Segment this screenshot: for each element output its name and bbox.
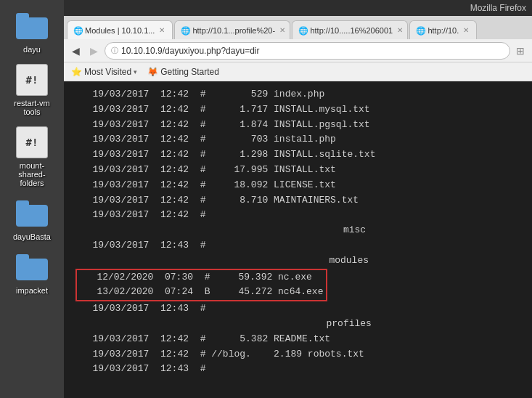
firefox-logo-icon: 🦊 [147,67,158,77]
tab-4-close[interactable]: ✕ [462,26,470,34]
desktop-icon-dayubasta[interactable]: dayuBasta [2,193,62,244]
nc-highlight-box: 12/02/2020 07:30 # 59.392 nc.exe 13/02/2… [75,269,327,302]
tab-1[interactable]: 🌐 Modules | 10.10.1... ✕ [67,20,173,39]
script-icon-2 [16,126,48,158]
tab-3-close[interactable]: ✕ [396,26,404,34]
bookmark-getting-started-label: Getting Started [160,67,219,77]
tab-2-favicon: 🌐 [181,26,189,35]
tab-1-close[interactable]: ✕ [157,26,166,34]
tab-1-favicon: 🌐 [73,26,82,35]
nav-bar: ◀ ▶ ⓘ 10.10.10.9/dayuxiyou.php?dayu=dir … [64,39,532,62]
tab-4-favicon: 🌐 [416,26,425,35]
bookmark-getting-started[interactable]: 🦊 Getting Started [144,66,222,78]
desktop-icon-restart-vm-tools[interactable]: restart-vm tools [2,60,62,119]
tab-3-favicon: 🌐 [298,26,307,35]
nc-exe-line: 12/02/2020 07:30 # 59.392 nc.exe 13/02/2… [80,270,323,301]
after-modules-line: 19/03/2017 12:43 # [75,301,520,317]
tab-bar: 🌐 Modules | 10.10.1... ✕ 🌐 http://10.1..… [64,16,532,39]
tab-3-label: http://10.....16%206001 [310,26,393,35]
misc-label-line: misc [75,223,520,238]
reader-mode-icon[interactable]: ⊞ [513,44,528,58]
desktop-icon-dayu-label: dayu [23,45,41,54]
bookmark-most-visited-icon: ⭐ [71,67,82,77]
tab-4-label: http://10. [427,26,459,35]
bookmarks-bar: ⭐ Most Visited ▾ 🦊 Getting Started [64,62,532,81]
tab-2-close[interactable]: ✕ [278,26,287,34]
desktop-icon-mount-label: mount- shared- folders [18,161,45,187]
bookmark-most-visited[interactable]: ⭐ Most Visited ▾ [68,66,140,78]
tab-3[interactable]: 🌐 http://10.....16%206001 ✕ [292,20,408,39]
script-icon [16,64,48,96]
chevron-down-icon: ▾ [134,68,137,76]
tab-1-label: Modules | 10.10.1... [85,26,155,35]
misc-line: 19/03/2017 12:43 # [75,238,520,253]
tab-2[interactable]: 🌐 http://10.1...profile%20- ✕ [174,20,290,39]
browser-window: Mozilla Firefox 🌐 Modules | 10.10.1... ✕… [64,0,532,398]
window-title: Mozilla Firefox [470,3,526,13]
address-bar[interactable]: ⓘ 10.10.10.9/dayuxiyou.php?dayu=dir [105,42,510,60]
desktop-icon-impacket-label: impacket [16,286,48,295]
address-text: 10.10.10.9/dayuxiyou.php?dayu=dir [121,46,504,56]
title-bar: Mozilla Firefox [64,0,532,16]
directory-listing: 19/03/2017 12:42 # 529 index.php 19/03/2… [64,84,532,380]
desktop-icon-dayubasta-label: dayuBasta [13,232,51,241]
desktop-icon-impacket[interactable]: impacket [2,247,62,298]
desktop-icon-restart-label: restart-vm tools [14,99,50,116]
bookmark-most-visited-label: Most Visited [84,67,131,77]
tab-2-label: http://10.1...profile%20- [192,26,275,35]
desktop-icon-mount-shared-folders[interactable]: mount- shared- folders [2,122,62,190]
dir-lines-before-misc: 19/03/2017 12:42 # 529 index.php 19/03/2… [75,87,520,223]
desktop-icon-dayu[interactable]: dayu [2,6,62,57]
modules-label-line: modules [75,253,520,269]
tab-4[interactable]: 🌐 http://10. ✕ [409,20,477,39]
profiles-label-line: profiles [75,317,520,332]
forward-button[interactable]: ▶ [86,44,102,58]
profiles-lines: 19/03/2017 12:42 # 5.382 README.txt 19/0… [75,332,520,377]
desktop-sidebar: dayu restart-vm tools mount- shared- fol… [0,0,64,398]
back-button[interactable]: ◀ [68,44,83,58]
content-area[interactable]: 19/03/2017 12:42 # 529 index.php 19/03/2… [64,81,532,398]
lock-icon: ⓘ [111,46,118,56]
